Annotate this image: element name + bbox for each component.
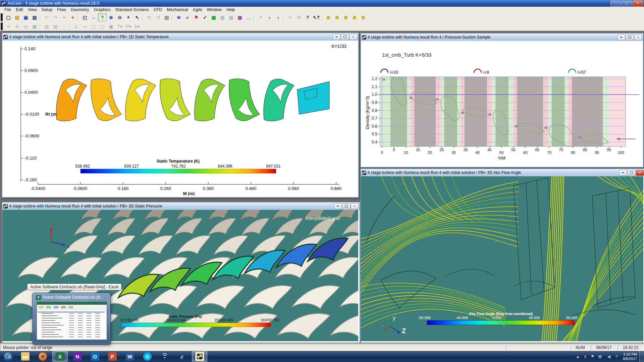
window2-restore-button[interactable]: [626, 35, 634, 40]
window1-close-button[interactable]: ×: [350, 34, 357, 40]
excel-sheet-thumbnail[interactable]: [37, 302, 107, 340]
flag-marker-button[interactable]: ⚑: [192, 13, 201, 21]
zoom-window-button[interactable]: ◰: [80, 13, 89, 21]
taskbar-word-button[interactable]: W: [122, 351, 138, 362]
shrink-button[interactable]: −: [60, 13, 68, 21]
menu-graphics[interactable]: Graphics: [92, 7, 113, 12]
enthalpy-menu-button: h▾: [133, 22, 142, 31]
excel-thumbnail-preview[interactable]: X Active Software Contracts.xls [R...: [32, 293, 111, 345]
profile-plot-1-button[interactable]: ≣: [324, 13, 333, 21]
accept-check-button[interactable]: ✓: [201, 13, 209, 21]
zoom-out-button[interactable]: ⊖: [115, 13, 124, 21]
window4-close-button[interactable]: ×: [636, 170, 644, 176]
enlarge-button[interactable]: +: [68, 13, 77, 21]
minimize-button[interactable]: ─: [610, 1, 621, 6]
window4-minimize-button[interactable]: [619, 170, 627, 176]
menu-window[interactable]: Window: [204, 7, 224, 12]
taskbar-excel-button[interactable]: X: [52, 351, 68, 362]
blade-row-2: [91, 79, 121, 121]
colorbar-label: 0.001: [492, 316, 501, 320]
tray-volume-icon[interactable]: ◄): [605, 355, 612, 359]
taskbar-onenote-button[interactable]: N: [70, 351, 85, 362]
menu-setup[interactable]: Setup: [39, 7, 55, 12]
tray-install-clipboard-icon[interactable]: ▤: [597, 354, 602, 359]
show-desktop-button[interactable]: [639, 351, 644, 362]
x-tick-label: 5: [393, 148, 395, 152]
window2-close-button[interactable]: ×: [634, 35, 642, 40]
menu-edit[interactable]: Edit: [13, 7, 25, 12]
taskbar-clock[interactable]: 3:32 PM 8/8/2017: [621, 352, 639, 361]
new-file-button[interactable]: ▢: [4, 13, 13, 21]
window4-restore-button[interactable]: [628, 170, 635, 176]
cell-value: [87, 322, 91, 323]
mach-lines-button[interactable]: «: [183, 13, 192, 21]
menu-geometry[interactable]: Geometry: [68, 7, 92, 12]
open-file-button[interactable]: ▤: [13, 13, 21, 21]
taskbar-skype-button[interactable]: S: [140, 351, 155, 362]
window3-titlebar[interactable]: 4 stage turbine with Numeca result Run 4…: [2, 202, 360, 210]
menu-file[interactable]: File: [2, 7, 13, 12]
zoom-extents-button[interactable]: ⌖: [124, 13, 133, 21]
close-button[interactable]: ×: [633, 1, 643, 6]
taskbar-windows-explorer-button[interactable]: [17, 351, 33, 362]
window1-minimize-button[interactable]: [333, 34, 340, 40]
window4-titlebar[interactable]: 4 stage turbine with Numeca result Run 4…: [361, 169, 644, 177]
tray-expand-arrow-icon[interactable]: ▲: [575, 355, 580, 359]
window3-close-button[interactable]: ×: [351, 203, 359, 209]
window2-minimize-button[interactable]: [618, 35, 625, 40]
window1-canvas[interactable]: 0.1400.09000.0400-0.0100-0.0600-0.110-0.…: [2, 41, 358, 197]
window1-restore-button[interactable]: [341, 34, 349, 40]
profile-plot-4-button[interactable]: ≣: [350, 13, 359, 21]
blade-stack-button[interactable]: ≋: [174, 13, 183, 21]
start-button[interactable]: [2, 352, 15, 362]
window1-titlebar[interactable]: 4 stage turbine with Numeca result Run 4…: [2, 33, 358, 41]
pan-button[interactable]: ↔: [89, 13, 98, 21]
window2-titlebar[interactable]: 4 stage turbine with Numeca result Run 4…: [361, 34, 643, 41]
taskbar-axcent-button[interactable]: [192, 351, 207, 362]
dynamic-zoom-button[interactable]: ?: [98, 13, 107, 21]
menu-help[interactable]: Help: [224, 7, 237, 12]
menu-mechanical[interactable]: Mechanical: [164, 7, 190, 12]
mesh-active-button[interactable]: ▦: [209, 13, 218, 21]
copy-data-button: ⧉: [294, 13, 303, 21]
main-titlebar[interactable]: AxCent - 4 stage turbine with Numeca res…: [0, 0, 644, 7]
help-button[interactable]: ?: [303, 13, 312, 21]
window3-restore-button[interactable]: [342, 203, 350, 209]
tray-action-center-flag-icon[interactable]: ⚑: [590, 354, 595, 359]
taskbar-internet-explorer-button[interactable]: e: [174, 351, 190, 362]
menu-cfd[interactable]: CFD: [151, 7, 165, 12]
toolbar-grip[interactable]: [1, 22, 3, 30]
stage-bands: [380, 77, 626, 146]
window2-canvas[interactable]: 1st_cmb_Turb K=5/33i=33i=9i=570510152025…: [361, 41, 643, 167]
select-cursor-button[interactable]: ↖: [133, 13, 142, 21]
window4-canvas[interactable]: yZxAbs Flow Angle (Deg from meridional)-…: [361, 176, 644, 343]
zoom-in-button[interactable]: ⊕: [107, 13, 115, 21]
menu-view[interactable]: View: [25, 7, 39, 12]
blade-edit-1-button[interactable]: ◗: [265, 13, 274, 21]
menu-flow[interactable]: Flow: [55, 7, 68, 12]
window3-minimize-button[interactable]: [334, 203, 342, 209]
report-list-button[interactable]: ▤: [162, 13, 171, 21]
profile-plot-2-button[interactable]: ≣: [333, 13, 341, 21]
row-text: [42, 329, 61, 330]
x-tick-label: 0.0600: [74, 186, 87, 191]
mesh-multi-button[interactable]: ▦: [235, 13, 244, 21]
taskbar-powerpoint-button[interactable]: P: [105, 351, 120, 362]
menu-standard-screens[interactable]: Standard Screens: [113, 7, 151, 12]
colorbar-label: 844.396: [218, 164, 232, 169]
row-text: [42, 318, 62, 318]
print-button[interactable]: ▥: [30, 13, 39, 21]
tray-sync-icon[interactable]: ↻: [614, 354, 620, 359]
blade-edit-2-button[interactable]: ◖: [274, 13, 282, 21]
profile-plot-3-button[interactable]: ≣: [341, 13, 350, 21]
profile-plot-5-button[interactable]: ≣: [359, 13, 368, 21]
menu-agile[interactable]: Agile: [191, 7, 205, 12]
context-help-button[interactable]: ↖?: [312, 13, 321, 21]
tray-battery-icon[interactable]: ▮: [583, 354, 588, 359]
toolbar-grip[interactable]: [1, 13, 3, 21]
taskbar-firefox-button[interactable]: [35, 351, 50, 362]
save-file-button[interactable]: ▣: [21, 13, 30, 21]
taskbar-outlook-button[interactable]: O: [87, 351, 103, 362]
maximize-button[interactable]: ▢: [622, 1, 632, 6]
taskbar-network-button[interactable]: [157, 351, 172, 362]
